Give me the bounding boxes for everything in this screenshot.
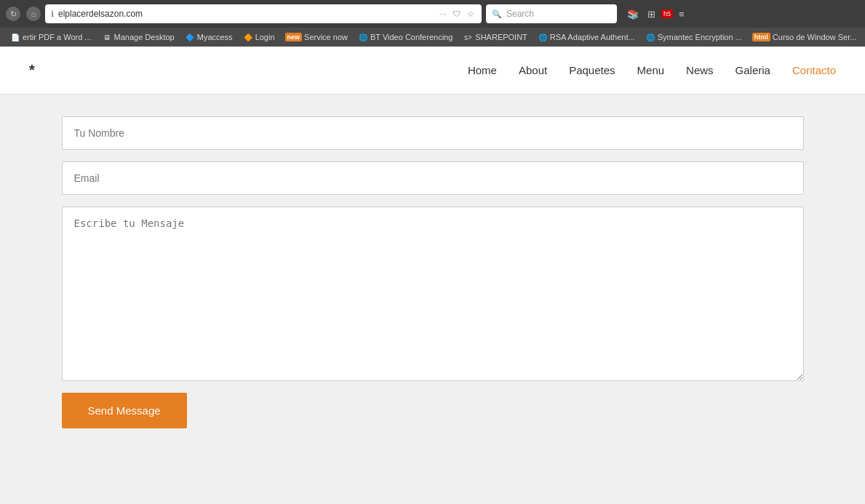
search-icon: 🔍	[492, 9, 502, 19]
menu-button[interactable]: ≡	[676, 7, 687, 21]
nav-icons: ↻ ⌂	[6, 7, 41, 21]
bookmark-manage-desktop-label: Manage Desktop	[114, 33, 175, 41]
nav-about[interactable]: About	[519, 60, 547, 80]
bookmark-myaccess[interactable]: 🔷 Myaccess	[180, 31, 237, 44]
nav-paquetes[interactable]: Paquetes	[569, 60, 615, 80]
bt-favicon: 🌐	[358, 32, 368, 42]
synced-tabs-button[interactable]: ⊞	[645, 7, 658, 21]
nav-contacto[interactable]: Contacto	[792, 60, 836, 80]
bookmark-myaccess-label: Myaccess	[197, 33, 233, 41]
nav-news[interactable]: News	[686, 60, 714, 80]
browser-chrome: ↻ ⌂ ℹ elplacerdelsazon.com ··· 🛡 ☆ 🔍 Sea…	[0, 0, 865, 47]
bookmark-bt-label: BT Video Conferencing	[370, 33, 453, 41]
site-nav: Home About Paquetes Menu News Galeria Co…	[468, 60, 836, 80]
bookmark-curso-label: Curso de Window Ser...	[773, 33, 857, 41]
bookmark-manage-desktop[interactable]: 🖥 Manage Desktop	[97, 31, 179, 44]
contact-form-container: Send Message	[33, 116, 833, 428]
send-message-button[interactable]: Send Message	[62, 393, 187, 428]
sharepoint-favicon: s>	[463, 32, 473, 42]
servicenow-badge: new	[285, 33, 303, 41]
more-options-button[interactable]: ···	[438, 8, 447, 20]
bookmark-symantec-label: Symantec Encryption ...	[658, 33, 742, 41]
bookmark-bt-video[interactable]: 🌐 BT Video Conferencing	[354, 31, 457, 44]
info-icon: ℹ	[51, 9, 54, 19]
bookmark-servicenow-label: Service now	[304, 33, 348, 41]
symantec-favicon: 🌐	[645, 32, 655, 42]
pdf-favicon: 📄	[10, 32, 20, 42]
bookmark-curso[interactable]: html Curso de Window Ser...	[748, 31, 861, 43]
nav-home[interactable]: Home	[468, 60, 497, 80]
name-input[interactable]	[62, 116, 804, 150]
page-wrapper: * Home About Paquetes Menu News Galeria …	[0, 47, 865, 454]
bookmark-pdf-label: ertir PDF a Word ...	[23, 33, 92, 41]
bookmark-star-icon[interactable]: ☆	[466, 8, 476, 20]
login-favicon: 🔶	[243, 32, 253, 42]
html5-icon: h5	[661, 9, 673, 18]
bookmark-servicenow[interactable]: new Service now	[281, 31, 352, 43]
desktop-favicon: 🖥	[102, 32, 112, 42]
address-bar[interactable]: ℹ elplacerdelsazon.com ··· 🛡 ☆	[45, 4, 482, 23]
bookmark-symantec[interactable]: 🌐 Symantec Encryption ...	[641, 31, 746, 44]
bookmark-sharepoint[interactable]: s> SHAREPOINT	[458, 31, 532, 44]
nav-menu[interactable]: Menu	[637, 60, 665, 80]
address-actions: ··· 🛡 ☆	[438, 8, 476, 20]
reload-button[interactable]: ↻	[6, 7, 20, 21]
curso-badge: html	[752, 33, 770, 41]
message-textarea[interactable]	[62, 207, 804, 381]
bookmark-pdf[interactable]: 📄 ertir PDF a Word ...	[6, 31, 96, 44]
pocket-icon[interactable]: 🛡	[451, 8, 462, 20]
bookmarks-bar: 📄 ertir PDF a Word ... 🖥 Manage Desktop …	[0, 28, 865, 47]
myaccess-favicon: 🔷	[185, 32, 195, 42]
search-bar[interactable]: 🔍 Search	[486, 4, 617, 23]
sidebar-button[interactable]: 📚	[624, 7, 642, 21]
rsa-favicon: 🌐	[538, 32, 548, 42]
email-input[interactable]	[62, 161, 804, 195]
search-placeholder: Search	[506, 9, 534, 19]
bookmark-rsa[interactable]: 🌐 RSA Adaptive Authent...	[533, 31, 639, 44]
url-display: elplacerdelsazon.com	[58, 9, 434, 19]
site-logo: *	[29, 62, 35, 79]
bookmark-rsa-label: RSA Adaptive Authent...	[550, 33, 635, 41]
bookmark-sharepoint-label: SHAREPOINT	[475, 33, 527, 41]
nav-galeria[interactable]: Galeria	[736, 60, 770, 80]
browser-toolbar: ↻ ⌂ ℹ elplacerdelsazon.com ··· 🛡 ☆ 🔍 Sea…	[0, 0, 865, 28]
browser-right-icons: 📚 ⊞ h5 ≡	[624, 7, 687, 21]
site-header: * Home About Paquetes Menu News Galeria …	[0, 47, 865, 95]
home-button[interactable]: ⌂	[26, 7, 41, 21]
bookmark-login[interactable]: 🔶 Login	[239, 31, 279, 44]
bookmark-login-label: Login	[255, 33, 275, 41]
